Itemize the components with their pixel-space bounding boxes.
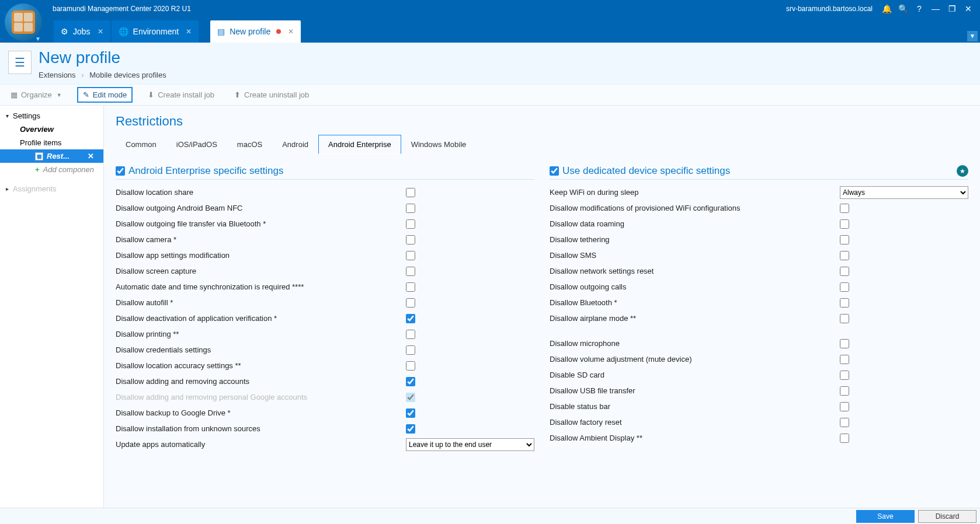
breadcrumb: Extensions › Mobile devices profiles — [39, 71, 166, 79]
setting-row: Disallow data roaming — [550, 216, 968, 232]
subtab-android[interactable]: Android — [272, 135, 318, 154]
setting-checkbox[interactable] — [406, 424, 415, 434]
sidebar-assignments[interactable]: ▸ Assignments — [0, 182, 103, 195]
footer: Save Discard — [0, 508, 980, 524]
create-uninstall-button[interactable]: ⬆ Create uninstall job — [230, 88, 314, 102]
setting-checkbox[interactable] — [406, 345, 415, 355]
subtab-android-enterprise[interactable]: Android Enterprise — [318, 135, 401, 154]
setting-checkbox[interactable] — [840, 267, 849, 276]
close-icon[interactable]: ✕ — [960, 4, 976, 13]
setting-checkbox[interactable] — [406, 282, 415, 292]
setting-checkbox[interactable] — [406, 251, 415, 260]
tab-close-icon[interactable]: ✕ — [288, 27, 294, 36]
setting-checkbox[interactable] — [840, 251, 849, 260]
setting-checkbox[interactable] — [406, 361, 415, 371]
tab-close-icon[interactable]: ✕ — [98, 27, 103, 36]
subtab-ios-ipados[interactable]: iOS/iPadOS — [166, 135, 227, 154]
subtab-macos[interactable]: macOS — [227, 135, 272, 154]
close-icon[interactable]: ✕ — [88, 152, 94, 160]
setting-checkbox[interactable] — [840, 282, 849, 292]
setting-checkbox[interactable] — [406, 204, 415, 213]
setting-checkbox[interactable] — [840, 402, 849, 411]
section-title: Use dedicated device specific settings — [562, 165, 730, 177]
setting-checkbox[interactable] — [840, 204, 849, 213]
setting-checkbox[interactable] — [406, 219, 415, 229]
setting-checkbox[interactable] — [406, 267, 415, 276]
setting-checkbox[interactable] — [840, 298, 849, 308]
setting-checkbox[interactable] — [840, 339, 849, 348]
section-checkbox[interactable] — [116, 166, 125, 176]
organize-button[interactable]: ▦ Organize ▼ — [6, 88, 67, 102]
setting-checkbox[interactable] — [406, 188, 415, 197]
minimize-icon[interactable]: — — [927, 4, 944, 13]
setting-checkbox[interactable] — [840, 371, 849, 380]
sidebar-profile-items[interactable]: Profile items — [0, 136, 103, 149]
setting-checkbox[interactable] — [840, 314, 849, 323]
chevron-down-icon: ▼ — [57, 92, 62, 98]
setting-label: Disallow volume adjustment (mute device) — [550, 355, 840, 364]
discard-button[interactable]: Discard — [918, 510, 976, 523]
tabs-dropdown[interactable]: ▼ — [967, 31, 978, 41]
profile-icon: ▤ — [217, 27, 225, 36]
setting-checkbox[interactable] — [840, 418, 849, 427]
setting-checkbox[interactable] — [840, 219, 849, 229]
maximize-icon[interactable]: ❐ — [944, 4, 960, 13]
tab-new-profile[interactable]: ▤ New profile ✕ — [210, 20, 301, 43]
search-icon[interactable]: 🔍 — [895, 4, 911, 13]
setting-row: Disallow Ambient Display ** — [550, 430, 968, 446]
create-install-button[interactable]: ⬇ Create install job — [143, 88, 219, 102]
setting-label: Disallow app settings modification — [116, 251, 406, 260]
breadcrumb-item[interactable]: Mobile devices profiles — [89, 71, 166, 79]
sidebar-overview[interactable]: Overview — [0, 123, 103, 136]
star-badge[interactable]: ★ — [957, 165, 968, 177]
setting-label: Disallow outgoing calls — [550, 282, 840, 291]
setting-checkbox[interactable] — [406, 377, 415, 386]
setting-checkbox[interactable] — [840, 235, 849, 244]
setting-row: Automatic date and time synchronization … — [116, 279, 534, 295]
setting-row: Disallow installation from unknown sourc… — [116, 421, 534, 436]
breadcrumb-item[interactable]: Extensions — [39, 71, 76, 79]
setting-checkbox[interactable] — [406, 298, 415, 308]
subtab-windows-mobile[interactable]: Windows Mobile — [401, 135, 477, 154]
section-checkbox[interactable] — [550, 166, 559, 176]
tab-environment[interactable]: 🌐 Environment ✕ — [112, 20, 199, 43]
tabs-bar: ⚙ Jobs ✕ 🌐 Environment ✕ ▤ New profile ✕… — [0, 18, 980, 43]
setting-label: Disallow SMS — [550, 251, 840, 260]
save-button[interactable]: Save — [856, 510, 915, 523]
setting-label: Disallow printing ** — [116, 330, 406, 338]
edit-mode-button[interactable]: ✎ Edit mode — [77, 87, 133, 103]
sidebar: ▾ Settings Overview Profile items ▦ Rest… — [0, 106, 104, 509]
setting-checkbox[interactable] — [406, 235, 415, 244]
uninstall-icon: ⬆ — [234, 90, 241, 99]
setting-checkbox[interactable] — [406, 330, 415, 339]
edit-icon: ✎ — [83, 90, 89, 99]
bell-icon[interactable]: 🔔 — [878, 4, 895, 13]
sidebar-restrictions[interactable]: ▦ Rest... ✕ — [0, 149, 103, 163]
setting-checkbox[interactable] — [406, 408, 415, 418]
tab-close-icon[interactable]: ✕ — [186, 27, 192, 36]
help-icon[interactable]: ? — [911, 4, 927, 13]
content-heading: Restrictions — [116, 114, 968, 129]
page-type-icon: ☰ — [8, 51, 32, 74]
app-logo[interactable]: ▼ — [5, 4, 42, 41]
setting-checkbox[interactable] — [840, 355, 849, 364]
setting-select[interactable]: Leave it up to the end user — [406, 438, 534, 451]
setting-row: Keep WiFi on during sleepAlways — [550, 184, 968, 200]
setting-checkbox[interactable] — [840, 434, 849, 443]
setting-row: Disallow screen capture — [116, 263, 534, 279]
setting-label: Disallow airplane mode ** — [550, 314, 840, 323]
setting-select[interactable]: Always — [840, 186, 968, 199]
action-toolbar: ▦ Organize ▼ ✎ Edit mode ⬇ Create instal… — [0, 85, 980, 106]
setting-row: Disable SD card — [550, 367, 968, 383]
sidebar-settings[interactable]: ▾ Settings — [0, 109, 103, 123]
setting-row: Disable status bar — [550, 399, 968, 414]
subtab-common[interactable]: Common — [116, 135, 166, 154]
caret-right-icon: ▸ — [6, 186, 13, 192]
setting-checkbox[interactable] — [406, 314, 415, 323]
setting-row: Disallow modifications of provisioned Wi… — [550, 200, 968, 216]
setting-checkbox[interactable] — [840, 386, 849, 396]
sidebar-add-component[interactable]: + Add componen — [0, 163, 103, 176]
tab-jobs[interactable]: ⚙ Jobs ✕ — [54, 20, 110, 43]
setting-label: Disallow network settings reset — [550, 267, 840, 275]
globe-icon: 🌐 — [119, 27, 128, 36]
